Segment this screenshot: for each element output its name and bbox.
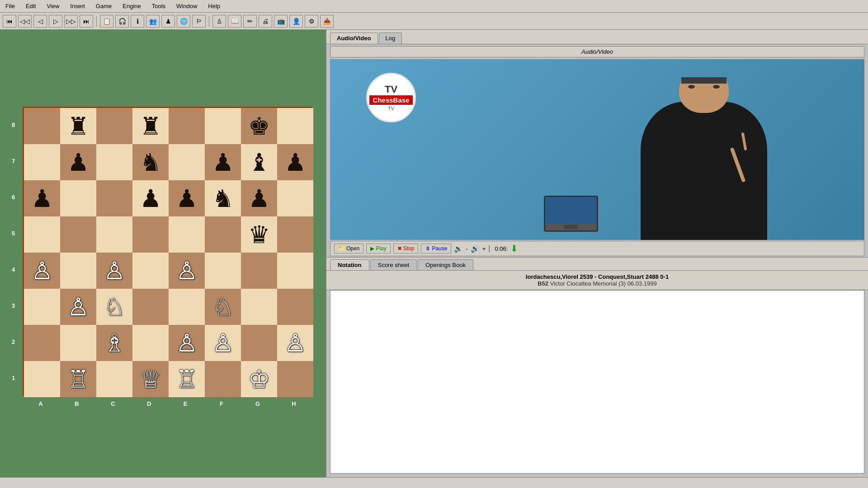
piece-4a[interactable]: ♙ xyxy=(31,258,53,283)
piece-6d[interactable]: ♟ xyxy=(140,186,161,211)
square-5e[interactable] xyxy=(169,216,205,253)
piece-2c[interactable]: ♗ xyxy=(104,331,125,355)
edit-button[interactable]: ✏ xyxy=(243,15,257,28)
piece-1b[interactable]: ♖ xyxy=(67,367,89,391)
open-button[interactable]: 📁 Open xyxy=(334,244,363,253)
square-5f[interactable] xyxy=(205,216,241,253)
piece-4e[interactable]: ♙ xyxy=(176,258,198,283)
flag-button[interactable]: 🏳 xyxy=(192,15,206,28)
white-piece-button[interactable]: ♙ xyxy=(212,15,226,28)
last-move-button[interactable]: ⏭ xyxy=(80,15,93,28)
screen-button[interactable]: 📺 xyxy=(274,15,288,28)
square-8g[interactable]: ♚ xyxy=(241,108,277,144)
chess-board[interactable]: ♜♜♚♟♞♟♝♟♟♟♟♞♟♛♙♙♙♙♘♘♗♙♙♙♖♕♖♔ xyxy=(23,107,312,396)
piece-6a[interactable]: ♟ xyxy=(31,186,53,211)
square-4g[interactable] xyxy=(241,253,277,289)
export-button[interactable]: 📤 xyxy=(320,15,334,28)
square-4b[interactable] xyxy=(60,253,96,289)
tab-log[interactable]: Log xyxy=(379,33,402,44)
square-2c[interactable]: ♗ xyxy=(96,325,132,361)
square-6d[interactable]: ♟ xyxy=(132,180,169,216)
menu-engine[interactable]: Engine xyxy=(120,2,143,10)
square-1d[interactable]: ♕ xyxy=(132,361,169,397)
square-5g[interactable]: ♛ xyxy=(241,216,277,253)
square-8h[interactable] xyxy=(277,108,313,144)
menu-game[interactable]: Game xyxy=(93,2,114,10)
piece-4c[interactable]: ♙ xyxy=(104,258,125,283)
square-2h[interactable]: ♙ xyxy=(277,325,313,361)
square-3e[interactable] xyxy=(169,289,205,325)
next-move-button[interactable]: ▷ xyxy=(49,15,62,28)
square-8f[interactable] xyxy=(205,108,241,144)
piece-3c[interactable]: ♘ xyxy=(104,295,125,319)
prev-move-button[interactable]: ◁ xyxy=(33,15,47,28)
piece-5g[interactable]: ♛ xyxy=(248,222,270,247)
menu-edit[interactable]: Edit xyxy=(23,2,38,10)
next-game-button[interactable]: ▷▷ xyxy=(64,15,78,28)
square-3d[interactable] xyxy=(132,289,169,325)
square-1a[interactable] xyxy=(24,361,60,397)
square-8a[interactable] xyxy=(24,108,60,144)
square-3a[interactable] xyxy=(24,289,60,325)
square-5d[interactable] xyxy=(132,216,169,253)
square-2d[interactable] xyxy=(132,325,169,361)
square-7e[interactable] xyxy=(169,144,205,180)
square-2e[interactable]: ♙ xyxy=(169,325,205,361)
piece-2e[interactable]: ♙ xyxy=(176,331,198,355)
tab-audio-video[interactable]: Audio/Video xyxy=(330,33,378,44)
pieces-button[interactable]: ♟ xyxy=(161,15,175,28)
square-3g[interactable] xyxy=(241,289,277,325)
square-5h[interactable] xyxy=(277,216,313,253)
piece-8d[interactable]: ♜ xyxy=(140,114,161,138)
piece-8b[interactable]: ♜ xyxy=(67,114,89,138)
players-button[interactable]: 👥 xyxy=(146,15,160,28)
menu-file[interactable]: File xyxy=(3,2,18,10)
square-3b[interactable]: ♙ xyxy=(60,289,96,325)
user-button[interactable]: 👤 xyxy=(289,15,303,28)
piece-2h[interactable]: ♙ xyxy=(284,331,306,355)
square-7h[interactable]: ♟ xyxy=(277,144,313,180)
piece-3f[interactable]: ♘ xyxy=(212,295,234,319)
square-1g[interactable]: ♔ xyxy=(241,361,277,397)
menu-tools[interactable]: Tools xyxy=(149,2,168,10)
square-4d[interactable] xyxy=(132,253,169,289)
piece-7f[interactable]: ♟ xyxy=(212,150,234,174)
square-2a[interactable] xyxy=(24,325,60,361)
square-7c[interactable] xyxy=(96,144,132,180)
square-4f[interactable] xyxy=(205,253,241,289)
prev-game-button[interactable]: ◁◁ xyxy=(18,15,32,28)
piece-6g[interactable]: ♟ xyxy=(248,186,270,211)
piece-6e[interactable]: ♟ xyxy=(176,186,198,211)
square-1c[interactable] xyxy=(96,361,132,397)
web-button[interactable]: 🌐 xyxy=(177,15,190,28)
square-7f[interactable]: ♟ xyxy=(205,144,241,180)
menu-help[interactable]: Help xyxy=(205,2,223,10)
piece-2f[interactable]: ♙ xyxy=(212,331,234,355)
square-1h[interactable] xyxy=(277,361,313,397)
piece-3b[interactable]: ♙ xyxy=(67,295,89,319)
square-1b[interactable]: ♖ xyxy=(60,361,96,397)
square-6a[interactable]: ♟ xyxy=(24,180,60,216)
play-button[interactable]: ▶ Play xyxy=(366,244,390,253)
tab-openings-book[interactable]: Openings Book xyxy=(418,259,473,270)
piece-1g[interactable]: ♔ xyxy=(248,367,270,391)
piece-6f[interactable]: ♞ xyxy=(212,186,234,211)
pause-button[interactable]: ⏸ Pause xyxy=(421,244,451,253)
square-1e[interactable]: ♖ xyxy=(169,361,205,397)
square-3h[interactable] xyxy=(277,289,313,325)
square-3f[interactable]: ♘ xyxy=(205,289,241,325)
square-6c[interactable] xyxy=(96,180,132,216)
piece-7h[interactable]: ♟ xyxy=(284,150,306,174)
square-4c[interactable]: ♙ xyxy=(96,253,132,289)
settings-button[interactable]: ⚙ xyxy=(305,15,318,28)
square-8b[interactable]: ♜ xyxy=(60,108,96,144)
piece-1d[interactable]: ♕ xyxy=(140,367,161,391)
square-8c[interactable] xyxy=(96,108,132,144)
book-button[interactable]: 📖 xyxy=(228,15,241,28)
square-2g[interactable] xyxy=(241,325,277,361)
first-move-button[interactable]: ⏮ xyxy=(3,15,16,28)
square-4h[interactable] xyxy=(277,253,313,289)
square-6f[interactable]: ♞ xyxy=(205,180,241,216)
square-6e[interactable]: ♟ xyxy=(169,180,205,216)
square-8e[interactable] xyxy=(169,108,205,144)
